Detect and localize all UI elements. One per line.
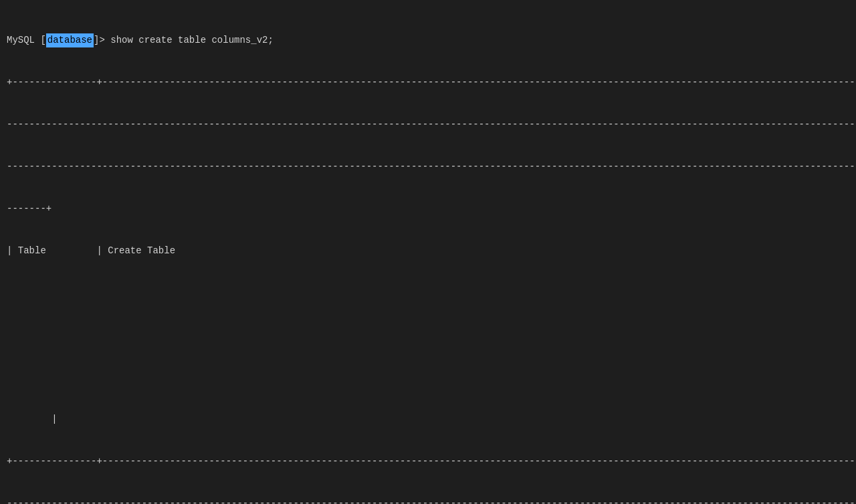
mysql-prompt: MySQL [	[7, 33, 46, 47]
pipe-continuation: |	[7, 412, 849, 426]
blank-2	[7, 328, 849, 342]
prompt-line: MySQL [database]> show create table colu…	[7, 33, 849, 47]
db-name-highlight: database	[46, 33, 94, 47]
separator-6: ----------------------------------------…	[7, 497, 849, 504]
prompt-command: ]> show create table columns_v2;	[94, 33, 274, 47]
blank-3	[7, 370, 849, 384]
header-row: | Table | Create Table	[7, 244, 849, 258]
separator-1: +---------------+-----------------------…	[7, 76, 849, 90]
separator-5: +---------------+-----------------------…	[7, 455, 849, 469]
separator-4: -------+	[7, 202, 849, 216]
separator-2: ----------------------------------------…	[7, 118, 849, 132]
separator-3: ----------------------------------------…	[7, 160, 849, 174]
terminal-window: MySQL [database]> show create table colu…	[0, 0, 856, 504]
blank-1	[7, 286, 849, 300]
